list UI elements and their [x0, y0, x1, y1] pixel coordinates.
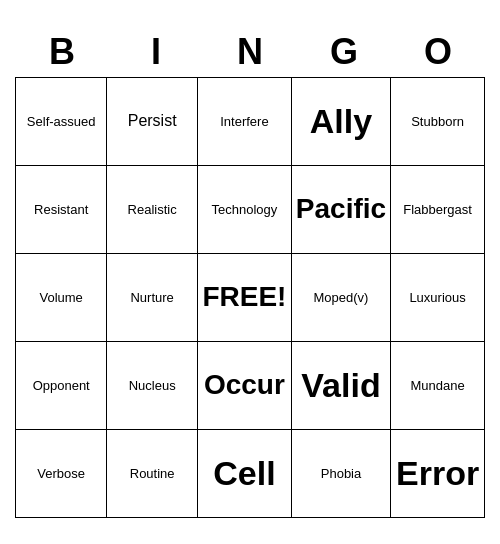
cell-1-2: Technology [197, 165, 291, 253]
cell-2-3: Moped(v) [291, 253, 390, 341]
cell-0-1: Persist [107, 77, 198, 165]
cell-2-0: Volume [16, 253, 107, 341]
cell-2-4: Luxurious [391, 253, 485, 341]
table-row: OpponentNucleusOccurValidMundane [16, 341, 485, 429]
header-letter-B: B [15, 27, 109, 77]
cell-4-4: Error [391, 429, 485, 517]
cell-3-3: Valid [291, 341, 390, 429]
cell-0-3: Ally [291, 77, 390, 165]
cell-2-1: Nurture [107, 253, 198, 341]
cell-4-3: Phobia [291, 429, 390, 517]
cell-4-2: Cell [197, 429, 291, 517]
cell-1-3: Pacific [291, 165, 390, 253]
header-letter-G: G [297, 27, 391, 77]
cell-1-4: Flabbergast [391, 165, 485, 253]
table-row: ResistantRealisticTechnologyPacificFlabb… [16, 165, 485, 253]
cell-3-2: Occur [197, 341, 291, 429]
header-letter-N: N [203, 27, 297, 77]
table-row: VerboseRoutineCellPhobiaError [16, 429, 485, 517]
cell-2-2: FREE! [197, 253, 291, 341]
cell-1-0: Resistant [16, 165, 107, 253]
cell-0-4: Stubborn [391, 77, 485, 165]
cell-4-1: Routine [107, 429, 198, 517]
cell-3-4: Mundane [391, 341, 485, 429]
cell-0-0: Self-assued [16, 77, 107, 165]
cell-4-0: Verbose [16, 429, 107, 517]
bingo-header: BINGO [15, 27, 485, 77]
cell-0-2: Interfere [197, 77, 291, 165]
cell-3-1: Nucleus [107, 341, 198, 429]
bingo-grid: Self-assuedPersistInterfereAllyStubbornR… [15, 77, 485, 518]
cell-3-0: Opponent [16, 341, 107, 429]
header-letter-I: I [109, 27, 203, 77]
table-row: VolumeNurtureFREE!Moped(v)Luxurious [16, 253, 485, 341]
bingo-card: BINGO Self-assuedPersistInterfereAllyStu… [15, 27, 485, 518]
cell-1-1: Realistic [107, 165, 198, 253]
table-row: Self-assuedPersistInterfereAllyStubborn [16, 77, 485, 165]
header-letter-O: O [391, 27, 485, 77]
